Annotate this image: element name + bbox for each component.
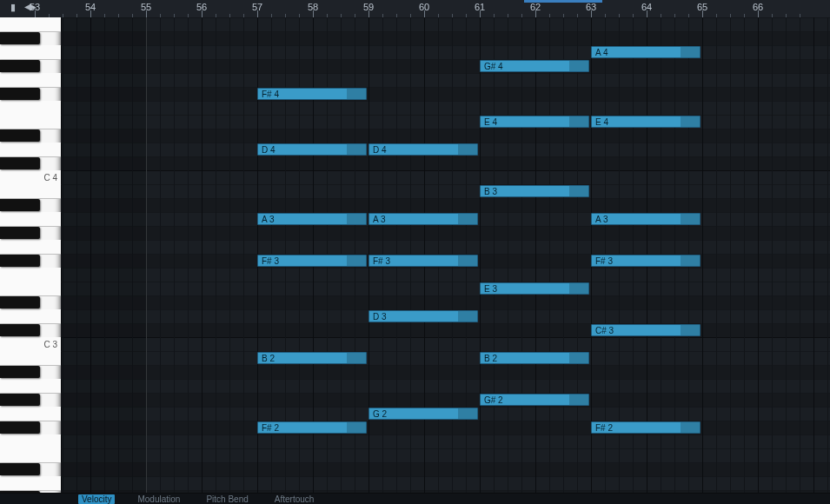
piano-keyboard[interactable]: C 4C 3 (0, 17, 62, 494)
note-velocity-handle[interactable] (681, 47, 700, 57)
midi-note[interactable]: E 3 (480, 282, 589, 295)
lane-tab[interactable]: Velocity (78, 494, 115, 504)
black-key[interactable] (0, 394, 40, 406)
horizontal-scroll-indicator[interactable] (524, 0, 602, 3)
black-key[interactable] (0, 199, 40, 211)
white-key[interactable] (0, 115, 61, 129)
white-key[interactable] (0, 351, 61, 366)
midi-note[interactable]: F# 3 (369, 255, 478, 267)
midi-note[interactable]: B 2 (480, 352, 589, 364)
midi-note[interactable]: C# 3 (591, 324, 701, 336)
note-velocity-handle[interactable] (569, 353, 588, 363)
note-velocity-handle[interactable] (347, 89, 366, 99)
note-velocity-handle[interactable] (458, 311, 477, 322)
midi-note[interactable]: B 3 (480, 185, 589, 197)
octave-label: C 3 (43, 340, 57, 349)
note-label: A 3 (262, 215, 274, 224)
note-velocity-handle[interactable] (681, 116, 700, 127)
white-key[interactable] (0, 268, 61, 282)
note-velocity-handle[interactable] (569, 116, 588, 127)
note-velocity-handle[interactable] (347, 144, 366, 155)
midi-note[interactable]: D 4 (369, 143, 478, 156)
note-grid[interactable]: F# 4D 4A 3F# 3B 2F# 2D 4A 3F# 3D 3G 2G# … (61, 17, 830, 494)
note-label: E 4 (484, 117, 497, 127)
white-key[interactable] (0, 379, 61, 394)
note-velocity-handle[interactable] (347, 255, 366, 266)
note-velocity-handle[interactable] (681, 422, 700, 433)
midi-note[interactable]: G 2 (369, 408, 478, 420)
white-key[interactable] (0, 240, 61, 255)
black-key[interactable] (0, 296, 40, 308)
white-key[interactable] (0, 434, 61, 449)
lane-tab[interactable]: Aftertouch (271, 494, 318, 504)
midi-note[interactable]: A 4 (591, 46, 701, 58)
midi-note[interactable]: A 3 (369, 213, 478, 225)
midi-note[interactable]: D 4 (257, 143, 367, 156)
midi-note[interactable]: D 3 (369, 310, 478, 322)
note-velocity-handle[interactable] (569, 395, 588, 405)
note-velocity-handle[interactable] (347, 422, 366, 433)
note-velocity-handle[interactable] (681, 214, 700, 224)
midi-note[interactable]: G# 4 (480, 60, 589, 72)
note-label: A 3 (373, 215, 385, 224)
black-key[interactable] (0, 421, 40, 434)
black-key[interactable] (0, 227, 40, 239)
note-velocity-handle[interactable] (347, 353, 366, 363)
lane-tab[interactable]: Pitch Bend (203, 494, 251, 504)
white-key[interactable] (0, 212, 61, 227)
note-label: D 4 (373, 145, 387, 155)
white-key[interactable] (0, 407, 61, 421)
lane-tabs: VelocityModulationPitch BendAftertouch (0, 493, 830, 504)
black-key[interactable] (0, 129, 40, 142)
black-key[interactable] (0, 366, 40, 378)
note-velocity-handle[interactable] (458, 144, 477, 155)
midi-note[interactable]: A 3 (257, 213, 367, 225)
note-label: F# 2 (595, 423, 613, 433)
midi-note[interactable]: F# 4 (257, 88, 367, 100)
black-key[interactable] (0, 157, 40, 169)
midi-note[interactable]: G# 2 (480, 394, 589, 406)
inactive-region (61, 17, 146, 494)
midi-note[interactable]: B 2 (257, 352, 367, 364)
note-velocity-handle[interactable] (569, 283, 588, 294)
white-key[interactable] (0, 45, 61, 60)
note-label: A 3 (595, 215, 608, 224)
black-key[interactable] (0, 255, 40, 267)
white-key[interactable] (0, 476, 61, 491)
midi-note[interactable]: F# 3 (257, 255, 367, 267)
note-velocity-handle[interactable] (569, 61, 588, 71)
note-velocity-handle[interactable] (681, 255, 700, 266)
white-key[interactable] (0, 101, 61, 116)
note-velocity-handle[interactable] (458, 408, 477, 419)
black-key[interactable] (0, 88, 40, 100)
white-key[interactable] (0, 73, 61, 88)
note-label: F# 2 (262, 423, 279, 433)
midi-note[interactable]: F# 2 (257, 421, 367, 434)
playhead[interactable] (146, 17, 147, 494)
note-velocity-handle[interactable] (347, 214, 366, 224)
midi-note[interactable]: E 4 (591, 116, 701, 128)
black-key[interactable] (0, 324, 40, 336)
note-velocity-handle[interactable] (458, 214, 477, 224)
midi-note[interactable]: F# 2 (591, 421, 701, 434)
white-key[interactable] (0, 184, 61, 199)
lane-tab[interactable]: Modulation (134, 494, 183, 504)
white-key[interactable] (0, 143, 61, 157)
white-key[interactable] (0, 17, 61, 32)
note-velocity-handle[interactable] (569, 186, 588, 196)
note-velocity-handle[interactable] (458, 255, 477, 266)
note-velocity-handle[interactable] (681, 325, 700, 335)
black-key[interactable] (0, 32, 40, 44)
midi-note[interactable]: A 3 (591, 213, 701, 225)
white-key[interactable] (0, 448, 61, 463)
note-label: B 2 (262, 354, 275, 363)
midi-note[interactable]: E 4 (480, 116, 589, 128)
white-key[interactable] (0, 282, 61, 296)
timeline-ruler[interactable]: ▮ ◀▶ 5354555657585960616263646566 (0, 0, 830, 18)
midi-note[interactable]: F# 3 (591, 255, 701, 267)
black-key[interactable] (0, 60, 40, 72)
white-key[interactable] (0, 309, 61, 324)
marker-icon[interactable]: ▮ (10, 2, 16, 13)
note-label: F# 3 (373, 256, 390, 266)
black-key[interactable] (0, 463, 40, 475)
